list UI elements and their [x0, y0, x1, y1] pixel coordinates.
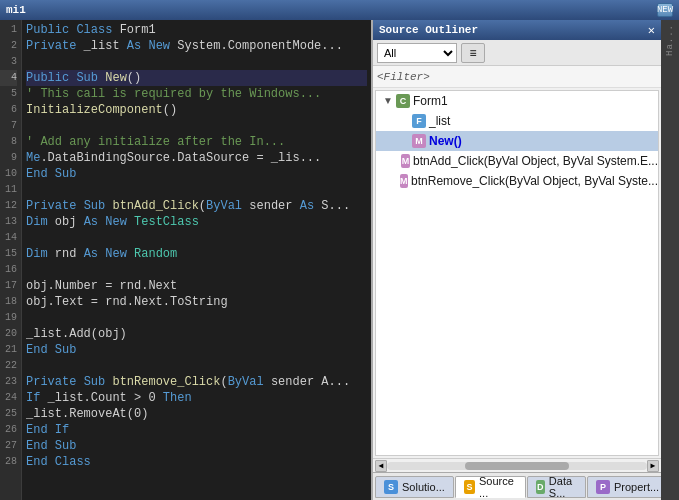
line-numbers: 1234567891011121314151617181920212223242…: [0, 20, 22, 500]
code-token: Sub: [55, 343, 77, 357]
code-line: _list.Add(obj): [26, 326, 367, 342]
expand-icon[interactable]: ▼: [380, 91, 396, 111]
method-icon: M: [401, 154, 410, 168]
code-token: End: [26, 455, 48, 469]
tree-view[interactable]: ▼ C Form1 F _list M New() M btnAdd_Click…: [375, 90, 659, 456]
indent-spacer: [380, 151, 390, 171]
code-token: obj.Text = rnd.Next.ToString: [26, 295, 228, 309]
code-line: End Class: [26, 454, 367, 470]
tree-child-item[interactable]: M btnRemove_Click(ByVal Object, ByVal Sy…: [376, 171, 658, 191]
code-editor[interactable]: Public Class Form1 Private _list As New …: [22, 20, 371, 500]
code-token: InitializeComponent: [26, 103, 163, 117]
bottom-tab[interactable]: S Solutio...: [375, 476, 454, 498]
bottom-tab[interactable]: P Propert...: [587, 476, 668, 498]
tree-item-label: Form1: [413, 91, 448, 111]
code-token: As: [84, 215, 98, 229]
line-number: 20: [0, 326, 17, 342]
title-bar: mi1 NEW: [0, 0, 679, 20]
tree-item-label: New(): [429, 131, 462, 151]
line-number: 6: [0, 102, 17, 118]
code-line: Private _list As New System.ComponentMod…: [26, 38, 367, 54]
code-token: Class: [55, 455, 91, 469]
code-token: [48, 439, 55, 453]
code-line: [26, 54, 367, 70]
line-number: 2: [0, 38, 17, 54]
edge-label: Ha...: [665, 24, 675, 56]
code-token: obj: [48, 215, 84, 229]
code-token: End: [26, 343, 48, 357]
panel-bottom-tabs: S Solutio... S Source ... D Data S... P …: [373, 472, 661, 500]
line-number: 3: [0, 54, 17, 70]
tab-icon: S: [384, 480, 398, 494]
code-token: As: [300, 199, 314, 213]
code-token: [48, 455, 55, 469]
sort-button[interactable]: ≡: [461, 43, 485, 63]
tab-label: Solutio...: [402, 481, 445, 493]
horizontal-scrollbar[interactable]: ◀ ▶: [373, 458, 661, 472]
tree-child-item[interactable]: F _list: [376, 111, 658, 131]
line-number: 28: [0, 454, 17, 470]
code-token: [76, 375, 83, 389]
code-line: [26, 230, 367, 246]
outliner-toolbar: AllClassMethodPropertyField ≡: [373, 40, 661, 66]
close-icon[interactable]: ✕: [648, 23, 655, 38]
tree-item-label: btnAdd_Click(ByVal Object, ByVal System.…: [413, 151, 658, 171]
tree-child-item[interactable]: M New(): [376, 131, 658, 151]
code-line: [26, 118, 367, 134]
code-token: btnRemove_Click: [112, 375, 220, 389]
code-token: _list.Add(obj): [26, 327, 127, 341]
code-line: Private Sub btnAdd_Click(ByVal sender As…: [26, 198, 367, 214]
line-number: 7: [0, 118, 17, 134]
indent-spacer: [380, 171, 390, 191]
line-number: 19: [0, 310, 17, 326]
right-edge-panel: Ha...: [661, 20, 679, 500]
line-number: 16: [0, 262, 17, 278]
line-number: 10: [0, 166, 17, 182]
code-line: InitializeComponent(): [26, 102, 367, 118]
code-line: End If: [26, 422, 367, 438]
line-number: 5: [0, 86, 17, 102]
code-token: [48, 423, 55, 437]
line-number: 27: [0, 438, 17, 454]
scrollbar-track[interactable]: [387, 462, 647, 470]
code-line: End Sub: [26, 342, 367, 358]
code-token: Class: [76, 23, 112, 37]
window-title: mi1: [6, 4, 657, 16]
line-number: 15: [0, 246, 17, 262]
scroll-left-arrow[interactable]: ◀: [375, 460, 387, 472]
indent-spacer: [380, 131, 396, 151]
bottom-tab[interactable]: D Data S...: [527, 476, 586, 498]
code-token: sender: [242, 199, 300, 213]
line-number: 13: [0, 214, 17, 230]
code-line: [26, 182, 367, 198]
code-token: Private: [26, 39, 76, 53]
code-line: End Sub: [26, 438, 367, 454]
method-icon: M: [400, 174, 409, 188]
code-line: If _list.Count > 0 Then: [26, 390, 367, 406]
line-number: 26: [0, 422, 17, 438]
code-token: New: [105, 215, 127, 229]
code-token: TestClass: [134, 215, 199, 229]
code-token: ByVal: [206, 199, 242, 213]
code-token: btnAdd_Click: [112, 199, 198, 213]
code-line: Dim obj As New TestClass: [26, 214, 367, 230]
new-badge[interactable]: NEW: [657, 3, 673, 17]
code-token: New: [105, 247, 127, 261]
scrollbar-thumb: [465, 462, 569, 470]
code-token: Public: [26, 23, 69, 37]
code-token: Sub: [84, 199, 106, 213]
tab-label: Data S...: [549, 475, 577, 499]
code-line: _list.RemoveAt(0): [26, 406, 367, 422]
filter-bar: <Filter>: [373, 66, 661, 88]
tree-root-item[interactable]: ▼ C Form1: [376, 91, 658, 111]
line-number: 1: [0, 22, 17, 38]
code-token: (): [127, 71, 141, 85]
code-line: End Sub: [26, 166, 367, 182]
code-token: _list.RemoveAt(0): [26, 407, 148, 421]
scroll-right-arrow[interactable]: ▶: [647, 460, 659, 472]
code-line: Dim rnd As New Random: [26, 246, 367, 262]
scope-select[interactable]: AllClassMethodPropertyField: [377, 43, 457, 63]
tree-child-item[interactable]: M btnAdd_Click(ByVal Object, ByVal Syste…: [376, 151, 658, 171]
outliner-title-bar: Source Outliner ✕: [373, 20, 661, 40]
bottom-tab[interactable]: S Source ...: [455, 476, 526, 498]
